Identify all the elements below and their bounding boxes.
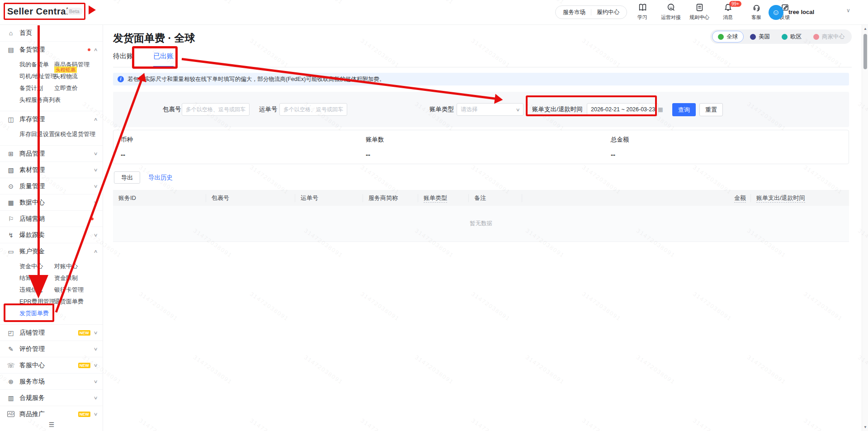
sidebar-subitem-epr-fees[interactable]: EPR费用管理 (19, 298, 54, 306)
promo-badge: 头程钜惠 (54, 66, 77, 73)
sidebar-item-quality-mgmt[interactable]: ⊙ 质量管理 ∨ (0, 178, 103, 194)
card-icon: ▭ (6, 248, 15, 255)
calendar-icon: ▦ (658, 106, 663, 113)
sidebar-subitem-restock-plan[interactable]: 备货计划 (19, 84, 54, 92)
region-dot-icon (813, 34, 819, 40)
waybill-no-input[interactable] (279, 103, 347, 116)
search-button[interactable]: 查询 (672, 103, 696, 116)
sidebar-item-product-mgmt[interactable]: ⊞ 商品管理 ∨ (0, 145, 103, 161)
notification-dot (91, 218, 94, 220)
pencil-icon: ✎ (6, 346, 15, 353)
export-history-link[interactable]: 导出历史 (148, 174, 173, 182)
info-icon: i (118, 76, 124, 82)
nav-learn[interactable]: 学习 (632, 3, 653, 21)
sidebar-item-home[interactable]: ⌂ 首页 (0, 25, 103, 41)
empty-state-text: 暂无数据 (470, 220, 492, 227)
sidebar-subitem-my-restock[interactable]: 我的备货单 (19, 61, 54, 69)
sidebar-item-hot-sale[interactable]: ↯ 爆款跟卖 ∨ (0, 227, 103, 243)
filter-bar: 包裹号 运单号 账单类型 请选择 ∨ 账单支出/退款时间 2026-02-21 … (113, 92, 849, 127)
col-bill-id: 账务ID (113, 194, 206, 202)
region-eu[interactable]: 欧区 (776, 31, 807, 43)
bill-type-select[interactable]: 请选择 ∨ (457, 103, 524, 116)
sidebar-subitem-violation-info[interactable]: 违规信息 (19, 286, 54, 294)
package-no-input[interactable] (182, 103, 250, 116)
stat-bill-count: 账单数 -- (359, 130, 604, 164)
date-range-picker[interactable]: 2026-02-21 ~ 2026-03-23 ▦ (587, 103, 658, 116)
sidebar-subitem-inventory-return[interactable]: 库存回退设置 (19, 130, 54, 138)
globe-icon (718, 34, 724, 40)
export-button[interactable]: 导出 (114, 171, 140, 184)
sidebar-item-restock-mgmt[interactable]: ▤ 备货管理 ∧ (0, 41, 103, 57)
account-chevron-down-icon[interactable]: ∨ (846, 7, 850, 14)
sidebar-subitem-bonded-returns[interactable]: 保税仓退货管理 (54, 130, 95, 138)
new-badge: NEW (78, 330, 90, 336)
cart-icon: ↯ (6, 232, 15, 239)
tab-billed[interactable]: 已出账 (153, 52, 174, 67)
warehouse-icon: ◫ (6, 116, 15, 123)
sidebar-subitem-first-leg-logistics[interactable]: 头程物流 (54, 72, 78, 81)
package-no-label: 包裹号 (163, 105, 181, 114)
col-bill-type: 账单类型 (418, 194, 469, 202)
sidebar-subitem-settlement-data[interactable]: 结算数据 (19, 274, 54, 282)
sidebar-subitem-funds-center[interactable]: 资金中心 (19, 262, 54, 270)
summary-card: 币种 -- 账单数 -- 总金额 -- (113, 130, 849, 164)
sidebar-item-product-promotion[interactable]: AD 商品推广 NEW ∨ (0, 406, 103, 422)
scroll-down-arrow[interactable]: ▼ (862, 425, 868, 429)
chevron-down-icon: ∨ (93, 184, 98, 189)
sidebar-subitem-reconciliation[interactable]: 对账中心 (54, 262, 78, 270)
sidebar-subitem-funds-limit[interactable]: 资金限制 (54, 274, 78, 282)
col-waybill-no: 运单号 (295, 194, 363, 202)
shield-check-icon: ⊙ (6, 183, 15, 190)
sidebar-subitem-shipping-label-fee[interactable]: 发货面单费 (19, 309, 49, 317)
region-us[interactable]: 美国 (745, 31, 775, 43)
sidebar-item-shop-marketing[interactable]: ⚐ 店铺营销 (0, 210, 103, 227)
col-amount: 金额 (637, 194, 750, 202)
nav-ops-contact[interactable]: 运营对接 (660, 3, 681, 21)
tab-bar: 待出账 已出账 (113, 52, 174, 67)
nav-messages[interactable]: 99+ 消息 (717, 3, 738, 21)
chevron-down-icon: ∨ (93, 395, 98, 400)
account-avatar[interactable]: ☺ (769, 5, 783, 20)
sidebar-item-compliance[interactable]: ▥ 合规服务 ∨ (0, 389, 103, 406)
region-global[interactable]: 全球 (712, 31, 744, 43)
sidebar-subitem-quote-now[interactable]: 立即查价 (54, 84, 78, 92)
col-spacer (522, 194, 637, 202)
chevron-down-icon: ∨ (93, 346, 98, 351)
link-fulfillment-center[interactable]: 履约中心 (597, 9, 619, 16)
scrollbar-thumb[interactable] (863, 34, 867, 69)
region-dot-icon (782, 34, 788, 40)
nav-rule-center[interactable]: 规则中心 (689, 3, 710, 21)
sidebar-subitem-driver-address[interactable]: 司机/地址管理 (19, 72, 54, 81)
chevron-down-icon: ∨ (93, 379, 98, 384)
sidebar-item-material-mgmt[interactable]: ▧ 素材管理 ∨ (0, 161, 103, 178)
new-badge: NEW (78, 412, 90, 417)
sidebar-collapse-button[interactable]: ☰ (0, 421, 103, 428)
sidebar-subitem-first-leg-providers[interactable]: 头程服务商列表 (19, 96, 61, 104)
link-service-market[interactable]: 服务市场 (563, 9, 585, 16)
sidebar-subitem-bank-card[interactable]: 银行卡管理 (54, 286, 84, 294)
box-icon: ⊞ (6, 150, 15, 157)
nav-support[interactable]: 客服 (746, 3, 767, 21)
waybill-no-label: 运单号 (259, 105, 278, 114)
reset-button[interactable]: 重置 (699, 103, 723, 116)
headset-icon (752, 3, 761, 12)
col-bill-time: 账单支出/退款时间 (750, 194, 849, 202)
book-icon (638, 3, 647, 12)
new-badge: NEW (78, 363, 90, 368)
region-switcher: 全球 美国 欧区 商家中心 (710, 29, 852, 44)
sidebar-item-service-market[interactable]: ⊛ 服务市场 ∨ (0, 373, 103, 389)
sidebar-subitem-return-label-fee[interactable]: 退货面单费 (54, 298, 84, 306)
tab-pending[interactable]: 待出账 (113, 52, 133, 67)
region-merchant-center[interactable]: 商家中心 (808, 31, 850, 43)
scroll-up-arrow[interactable]: ▲ (862, 27, 868, 31)
vertical-scrollbar[interactable]: ▲ ▼ (862, 25, 868, 431)
sidebar-item-inventory-mgmt[interactable]: ◫ 库存管理 ∧ (0, 111, 103, 127)
sidebar-item-customer-service[interactable]: ☏ 客服中心 NEW ∨ (0, 357, 103, 373)
sidebar-item-review-mgmt[interactable]: ✎ 评价管理 ∨ (0, 341, 103, 357)
sidebar-item-account-funds[interactable]: ▭ 账户资金 ∧ (0, 243, 103, 259)
banner-text: 若包裹实际尺寸和重量相较在线下单时填写的偏大，部分物流商(FedEx)可能收取高… (127, 76, 385, 83)
sidebar-item-shop-mgmt[interactable]: ◰ 店铺管理 NEW ∨ (0, 324, 103, 341)
sidebar-item-data-center[interactable]: ▦ 数据中心 ∨ (0, 194, 103, 210)
notification-dot (88, 48, 90, 51)
chevron-up-icon: ∧ (93, 117, 98, 122)
